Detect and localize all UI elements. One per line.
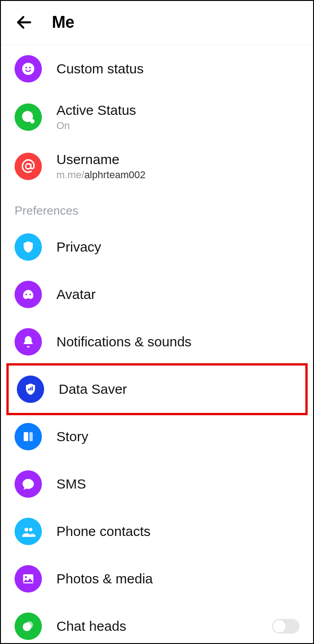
section-preferences: Preferences [1,191,313,223]
svg-point-1 [22,63,35,75]
row-privacy[interactable]: Privacy [1,223,313,271]
username-prefix: m.me/ [56,169,84,180]
svg-point-8 [29,294,31,295]
bell-icon [15,328,42,355]
row-username[interactable]: Username m.me/alphrteam002 [1,142,313,191]
label-phone-contacts: Phone contacts [56,524,151,539]
active-status-icon [15,103,42,131]
username-value: alphrteam002 [84,169,146,180]
svg-rect-11 [32,386,33,391]
svg-point-17 [25,576,27,578]
row-custom-status[interactable]: Custom status [1,45,313,93]
svg-point-2 [25,67,27,68]
toggle-knob [273,620,286,633]
row-chat-heads[interactable]: Chat heads [1,603,313,644]
svg-point-6 [25,164,30,169]
label-sms: SMS [56,476,86,492]
data-shield-icon [17,376,44,403]
label-chat-heads: Chat heads [56,618,126,634]
image-icon [15,565,42,592]
label-avatar: Avatar [56,287,96,302]
svg-rect-12 [24,432,28,441]
svg-point-19 [23,623,31,631]
label-privacy: Privacy [56,239,101,255]
svg-point-5 [30,119,35,124]
row-sms[interactable]: SMS [1,460,313,508]
svg-rect-9 [28,389,30,391]
label-username: Username [56,152,146,167]
label-active-status: Active Status [56,103,136,118]
avatar-face-icon [15,281,42,308]
sub-username: m.me/alphrteam002 [56,169,146,181]
row-photos-media[interactable]: Photos & media [1,555,313,603]
label-story: Story [56,429,88,444]
label-custom-status: Custom status [56,61,144,77]
row-story[interactable]: Story [1,413,313,460]
row-phone-contacts[interactable]: Phone contacts [1,508,313,555]
svg-rect-10 [30,387,31,390]
svg-point-7 [25,294,27,295]
label-notifications: Notifications & sounds [56,334,192,350]
shield-icon [15,233,42,261]
label-data-saver: Data Saver [59,381,127,397]
arrow-left-icon [15,13,33,31]
row-active-status[interactable]: Active Status On [1,93,313,142]
chat-heads-toggle[interactable] [272,619,299,634]
row-data-saver[interactable]: Data Saver [6,363,308,415]
smiley-icon [15,55,42,82]
story-icon [15,423,42,450]
at-sign-icon [15,153,42,180]
settings-list: Custom status Active Status On Username … [1,45,313,644]
svg-point-15 [29,528,32,531]
chat-bubble-icon [15,470,42,498]
back-button[interactable] [13,11,35,34]
sub-active-status: On [56,120,136,132]
row-avatar[interactable]: Avatar [1,271,313,318]
label-photos-media: Photos & media [56,571,153,587]
contacts-icon [15,518,42,545]
row-notifications[interactable]: Notifications & sounds [1,318,313,366]
header: Me [1,1,313,45]
chat-heads-icon [15,613,42,640]
page-title: Me [52,13,74,32]
svg-point-3 [29,67,31,68]
svg-rect-13 [30,432,33,441]
svg-point-14 [25,528,29,532]
